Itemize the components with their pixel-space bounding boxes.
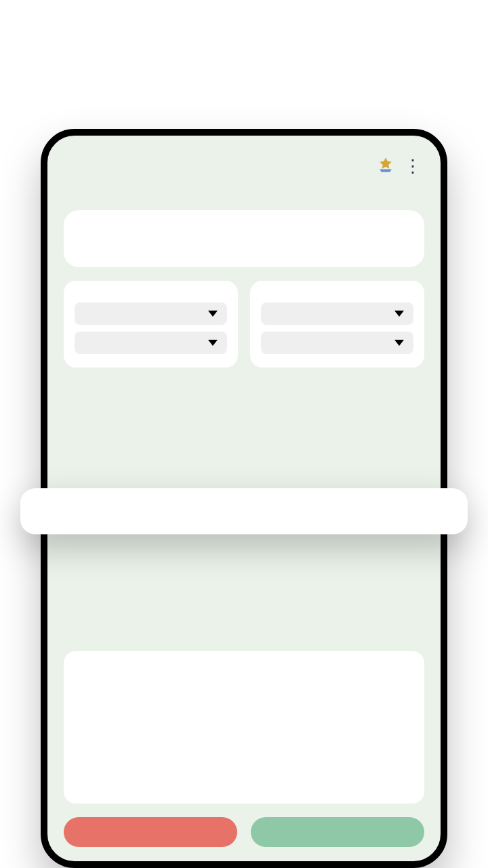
- action-buttons: [64, 817, 424, 847]
- chevron-down-icon: [394, 311, 404, 317]
- save-fast-button[interactable]: [251, 817, 424, 847]
- end-time-dropdown[interactable]: [261, 332, 413, 354]
- target-time-block: [77, 243, 244, 248]
- chevron-down-icon: [394, 340, 404, 346]
- comment-input[interactable]: [77, 665, 411, 790]
- more-menu-icon[interactable]: ⋮: [404, 157, 422, 175]
- start-time-dropdown[interactable]: [75, 332, 227, 354]
- fast-ending-card: [250, 281, 424, 368]
- chevron-down-icon: [208, 340, 218, 346]
- app-header: ⋮: [61, 156, 427, 190]
- promo-title: [0, 0, 488, 27]
- started-fasting-card: [64, 281, 238, 368]
- chevron-down-icon: [208, 311, 218, 317]
- how-do-you-feel-panel: [20, 488, 468, 534]
- summary-card: [64, 210, 424, 267]
- achievement-badge-icon[interactable]: [377, 156, 394, 176]
- header-actions: ⋮: [377, 156, 422, 176]
- start-date-dropdown[interactable]: [75, 302, 227, 325]
- actual-time-block: [244, 243, 411, 248]
- datetime-row: [64, 281, 424, 368]
- comment-box: [64, 651, 424, 804]
- end-date-dropdown[interactable]: [261, 302, 413, 325]
- delete-fast-button[interactable]: [64, 817, 237, 847]
